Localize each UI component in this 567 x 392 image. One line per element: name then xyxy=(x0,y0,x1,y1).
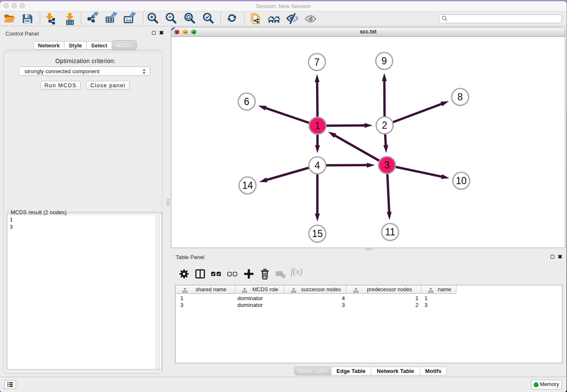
svg-text:11: 11 xyxy=(385,226,395,237)
svg-text:2: 2 xyxy=(382,120,388,131)
svg-text:1: 1 xyxy=(315,120,320,131)
svg-text:4: 4 xyxy=(315,160,320,171)
svg-text:10: 10 xyxy=(456,175,467,186)
svg-text:15: 15 xyxy=(312,228,323,239)
svg-text:7: 7 xyxy=(314,57,320,68)
svg-text:6: 6 xyxy=(244,96,250,107)
svg-text:9: 9 xyxy=(382,55,387,66)
svg-text:8: 8 xyxy=(457,91,463,102)
svg-text:14: 14 xyxy=(242,180,253,191)
svg-text:3: 3 xyxy=(384,160,390,171)
